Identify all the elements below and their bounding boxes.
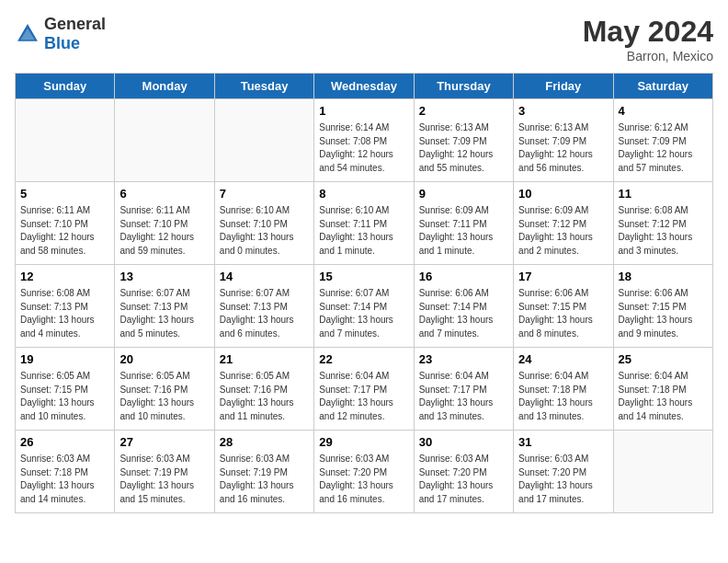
day-number: 6	[119, 186, 209, 202]
day-number: 10	[518, 186, 608, 202]
day-info: Sunrise: 6:08 AM Sunset: 7:12 PM Dayligh…	[619, 204, 708, 258]
day-number: 18	[619, 269, 708, 285]
day-info: Sunrise: 6:03 AM Sunset: 7:20 PM Dayligh…	[419, 453, 508, 506]
calendar-cell: 29Sunrise: 6:03 AM Sunset: 7:20 PM Dayli…	[314, 431, 414, 513]
logo-blue-text: Blue	[44, 34, 80, 52]
day-info: Sunrise: 6:03 AM Sunset: 7:19 PM Dayligh…	[119, 453, 209, 506]
day-number: 13	[119, 269, 209, 285]
day-info: Sunrise: 6:13 AM Sunset: 7:09 PM Dayligh…	[518, 121, 608, 175]
day-number: 7	[220, 186, 309, 202]
calendar-cell: 9Sunrise: 6:09 AM Sunset: 7:11 PM Daylig…	[414, 182, 513, 265]
calendar-cell: 28Sunrise: 6:03 AM Sunset: 7:19 PM Dayli…	[214, 431, 313, 513]
day-number: 30	[419, 434, 508, 451]
day-number: 31	[518, 434, 608, 451]
calendar-cell: 22Sunrise: 6:04 AM Sunset: 7:17 PM Dayli…	[314, 348, 414, 431]
day-info: Sunrise: 6:13 AM Sunset: 7:09 PM Dayligh…	[419, 121, 508, 175]
day-info: Sunrise: 6:12 AM Sunset: 7:09 PM Dayligh…	[619, 121, 708, 175]
day-info: Sunrise: 6:07 AM Sunset: 7:13 PM Dayligh…	[119, 287, 209, 340]
calendar-cell	[16, 99, 115, 182]
title-block: May 2024 Barron, Mexico	[583, 15, 713, 63]
calendar-cell: 4Sunrise: 6:12 AM Sunset: 7:09 PM Daylig…	[613, 99, 712, 182]
day-number: 9	[419, 186, 508, 202]
day-number: 22	[319, 351, 408, 368]
day-info: Sunrise: 6:05 AM Sunset: 7:15 PM Dayligh…	[20, 370, 109, 423]
day-number: 1	[319, 103, 408, 120]
weekday-header: Tuesday	[214, 74, 313, 99]
calendar-cell: 23Sunrise: 6:04 AM Sunset: 7:17 PM Dayli…	[414, 348, 513, 431]
day-info: Sunrise: 6:04 AM Sunset: 7:17 PM Dayligh…	[419, 370, 508, 423]
weekday-header: Friday	[514, 74, 613, 99]
calendar-cell: 17Sunrise: 6:06 AM Sunset: 7:15 PM Dayli…	[514, 265, 613, 348]
day-info: Sunrise: 6:06 AM Sunset: 7:14 PM Dayligh…	[419, 287, 508, 340]
weekday-header: Thursday	[414, 74, 513, 99]
calendar-cell: 8Sunrise: 6:10 AM Sunset: 7:11 PM Daylig…	[314, 182, 414, 265]
calendar-table: SundayMondayTuesdayWednesdayThursdayFrid…	[15, 73, 713, 513]
calendar-cell: 25Sunrise: 6:04 AM Sunset: 7:18 PM Dayli…	[613, 348, 712, 431]
day-info: Sunrise: 6:06 AM Sunset: 7:15 PM Dayligh…	[518, 287, 608, 340]
calendar-subtitle: Barron, Mexico	[583, 49, 713, 63]
calendar-cell: 14Sunrise: 6:07 AM Sunset: 7:13 PM Dayli…	[214, 265, 313, 348]
calendar-cell: 16Sunrise: 6:06 AM Sunset: 7:14 PM Dayli…	[414, 265, 513, 348]
day-info: Sunrise: 6:04 AM Sunset: 7:18 PM Dayligh…	[619, 370, 708, 423]
day-number: 21	[220, 351, 309, 368]
logo: General Blue	[15, 15, 106, 53]
calendar-cell: 3Sunrise: 6:13 AM Sunset: 7:09 PM Daylig…	[514, 99, 613, 182]
day-number: 28	[220, 434, 309, 451]
calendar-cell: 11Sunrise: 6:08 AM Sunset: 7:12 PM Dayli…	[613, 182, 712, 265]
calendar-week-row: 12Sunrise: 6:08 AM Sunset: 7:13 PM Dayli…	[16, 265, 713, 348]
day-number: 4	[619, 103, 708, 120]
day-number: 20	[119, 351, 209, 368]
calendar-cell: 26Sunrise: 6:03 AM Sunset: 7:18 PM Dayli…	[16, 431, 115, 513]
day-number: 23	[419, 351, 508, 368]
day-info: Sunrise: 6:03 AM Sunset: 7:20 PM Dayligh…	[518, 453, 608, 506]
day-number: 14	[220, 269, 309, 285]
day-info: Sunrise: 6:05 AM Sunset: 7:16 PM Dayligh…	[119, 370, 209, 423]
weekday-header: Saturday	[613, 74, 712, 99]
calendar-cell: 21Sunrise: 6:05 AM Sunset: 7:16 PM Dayli…	[214, 348, 313, 431]
day-number: 5	[20, 186, 109, 202]
day-number: 2	[419, 103, 508, 120]
day-number: 27	[119, 434, 209, 451]
weekday-row: SundayMondayTuesdayWednesdayThursdayFrid…	[16, 74, 713, 99]
day-info: Sunrise: 6:04 AM Sunset: 7:17 PM Dayligh…	[319, 370, 408, 423]
day-info: Sunrise: 6:08 AM Sunset: 7:13 PM Dayligh…	[20, 287, 109, 340]
calendar-cell	[115, 99, 214, 182]
day-number: 3	[518, 103, 608, 120]
calendar-cell: 19Sunrise: 6:05 AM Sunset: 7:15 PM Dayli…	[16, 348, 115, 431]
calendar-cell: 31Sunrise: 6:03 AM Sunset: 7:20 PM Dayli…	[514, 431, 613, 513]
day-info: Sunrise: 6:07 AM Sunset: 7:14 PM Dayligh…	[319, 287, 408, 340]
calendar-cell: 6Sunrise: 6:11 AM Sunset: 7:10 PM Daylig…	[115, 182, 214, 265]
day-number: 16	[419, 269, 508, 285]
calendar-header: SundayMondayTuesdayWednesdayThursdayFrid…	[16, 74, 713, 99]
day-number: 15	[319, 269, 408, 285]
calendar-cell: 2Sunrise: 6:13 AM Sunset: 7:09 PM Daylig…	[414, 99, 513, 182]
day-number: 19	[20, 351, 109, 368]
day-number: 12	[20, 269, 109, 285]
day-info: Sunrise: 6:06 AM Sunset: 7:15 PM Dayligh…	[619, 287, 708, 340]
day-info: Sunrise: 6:10 AM Sunset: 7:10 PM Dayligh…	[220, 204, 309, 258]
weekday-header: Sunday	[16, 74, 115, 99]
day-number: 17	[518, 269, 608, 285]
calendar-cell: 30Sunrise: 6:03 AM Sunset: 7:20 PM Dayli…	[414, 431, 513, 513]
day-number: 26	[20, 434, 109, 451]
day-number: 8	[319, 186, 408, 202]
day-info: Sunrise: 6:14 AM Sunset: 7:08 PM Dayligh…	[319, 121, 408, 175]
day-info: Sunrise: 6:09 AM Sunset: 7:11 PM Dayligh…	[419, 204, 508, 258]
calendar-cell: 7Sunrise: 6:10 AM Sunset: 7:10 PM Daylig…	[214, 182, 313, 265]
calendar-cell: 27Sunrise: 6:03 AM Sunset: 7:19 PM Dayli…	[115, 431, 214, 513]
calendar-cell: 24Sunrise: 6:04 AM Sunset: 7:18 PM Dayli…	[514, 348, 613, 431]
calendar-cell: 20Sunrise: 6:05 AM Sunset: 7:16 PM Dayli…	[115, 348, 214, 431]
day-info: Sunrise: 6:05 AM Sunset: 7:16 PM Dayligh…	[220, 370, 309, 423]
calendar-cell: 18Sunrise: 6:06 AM Sunset: 7:15 PM Dayli…	[613, 265, 712, 348]
calendar-title: May 2024	[583, 15, 713, 49]
calendar-cell	[214, 99, 313, 182]
calendar-body: 1Sunrise: 6:14 AM Sunset: 7:08 PM Daylig…	[16, 99, 713, 513]
day-number: 29	[319, 434, 408, 451]
day-number: 24	[518, 351, 608, 368]
calendar-week-row: 26Sunrise: 6:03 AM Sunset: 7:18 PM Dayli…	[16, 431, 713, 513]
weekday-header: Wednesday	[314, 74, 414, 99]
page-header: General Blue May 2024 Barron, Mexico	[15, 15, 713, 63]
logo-general-text: General	[44, 15, 106, 33]
day-info: Sunrise: 6:04 AM Sunset: 7:18 PM Dayligh…	[518, 370, 608, 423]
calendar-cell: 12Sunrise: 6:08 AM Sunset: 7:13 PM Dayli…	[16, 265, 115, 348]
